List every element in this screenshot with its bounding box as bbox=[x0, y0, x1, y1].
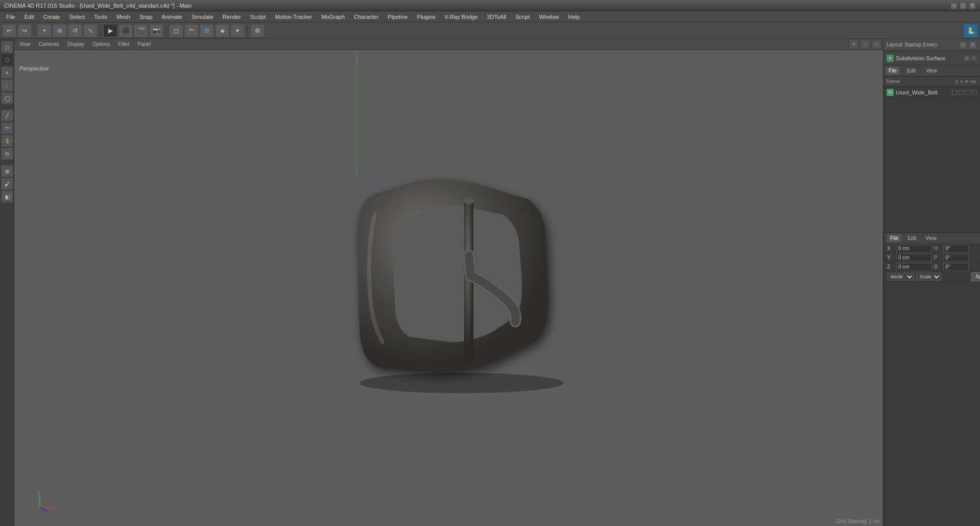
minimize-btn[interactable]: ─ bbox=[950, 2, 958, 9]
menu-bar: File Edit Create Select Tools Mesh Snap … bbox=[0, 11, 980, 22]
sidebar-loop[interactable]: ↻ bbox=[1, 148, 13, 160]
menu-mograph[interactable]: MoGraph bbox=[317, 13, 349, 21]
vp-expand-btn[interactable]: + bbox=[849, 40, 858, 49]
scene-tab-edit[interactable]: Edit bbox=[904, 67, 919, 75]
menu-render[interactable]: Render bbox=[219, 13, 245, 21]
viewport-canvas[interactable]: X Y Z Grid Spacing: 1 cm Perspective bbox=[14, 50, 883, 526]
menu-simulate[interactable]: Simulate bbox=[187, 13, 218, 21]
vp-fullscreen-btn[interactable]: □ bbox=[872, 40, 881, 49]
scene-tab-file[interactable]: File bbox=[886, 67, 900, 75]
menu-mesh[interactable]: Mesh bbox=[112, 13, 134, 21]
layout-btn1[interactable]: + bbox=[959, 41, 967, 49]
x-coord-row: X H bbox=[884, 244, 980, 253]
menu-edit[interactable]: Edit bbox=[20, 13, 38, 21]
menu-vray[interactable]: V-Ray Bridge bbox=[441, 13, 482, 21]
scene-item-icon-belt: U bbox=[887, 89, 894, 96]
scale-btn[interactable]: ⤡ bbox=[83, 24, 98, 37]
b-input[interactable] bbox=[943, 263, 969, 271]
sidebar-spline[interactable]: 〜 bbox=[1, 122, 13, 134]
subdiv-check[interactable]: ✓ bbox=[964, 55, 970, 61]
spline-btn[interactable]: 〜 bbox=[184, 24, 199, 37]
x-pos-input[interactable] bbox=[896, 245, 932, 253]
redo-btn[interactable]: ↪ bbox=[17, 24, 32, 37]
scene-item-belt[interactable]: U Used_Wide_Belt bbox=[883, 87, 980, 98]
subdivision-controls: ✓ · bbox=[964, 55, 977, 61]
h-input[interactable] bbox=[943, 245, 969, 253]
rotate-btn[interactable]: ↺ bbox=[68, 24, 82, 37]
y-pos-input[interactable] bbox=[896, 254, 932, 262]
menu-character[interactable]: Character bbox=[350, 13, 383, 21]
menu-create[interactable]: Create bbox=[39, 13, 64, 21]
vp-layout-btn[interactable]: ↔ bbox=[861, 40, 870, 49]
deform-btn[interactable]: ◈ bbox=[215, 24, 229, 37]
sidebar-paint[interactable]: 🖌 bbox=[1, 178, 13, 190]
scene-tab-view[interactable]: View bbox=[923, 67, 940, 75]
col-icons: S V R ML bbox=[955, 79, 977, 84]
dot4[interactable] bbox=[972, 90, 977, 95]
attr-tab-file[interactable]: File bbox=[887, 234, 901, 242]
vp-tab-display[interactable]: Display bbox=[64, 40, 87, 48]
menu-file[interactable]: File bbox=[2, 13, 19, 21]
menu-snap[interactable]: Snap bbox=[135, 13, 157, 21]
vp-tab-filter[interactable]: Filter bbox=[115, 40, 132, 48]
particles-btn[interactable]: ✦ bbox=[230, 24, 245, 37]
render-settings-btn[interactable]: ⚙ bbox=[250, 24, 265, 37]
p-label: P bbox=[934, 255, 941, 260]
sidebar-grid[interactable]: ⊞ bbox=[1, 165, 13, 177]
maximize-btn[interactable]: □ bbox=[960, 2, 967, 9]
close-btn[interactable]: ✕ bbox=[969, 2, 976, 9]
window-controls[interactable]: ─ □ ✕ bbox=[950, 2, 976, 9]
sidebar-mode5[interactable]: ◯ bbox=[1, 92, 13, 104]
transform-btn[interactable]: + bbox=[37, 24, 52, 37]
sidebar-mode1[interactable]: ◻ bbox=[1, 41, 13, 53]
p-input[interactable] bbox=[943, 254, 969, 262]
scale-mode-select[interactable]: Scale Size bbox=[916, 273, 941, 281]
layout-header: Layout: Startup (User) + ≡ bbox=[883, 39, 980, 51]
z-pos-input[interactable] bbox=[896, 263, 932, 271]
vp-tab-options[interactable]: Options bbox=[89, 40, 113, 48]
subdivision-label: Subdivision Surface bbox=[896, 55, 962, 61]
sidebar-texture[interactable]: ◧ bbox=[1, 190, 13, 203]
render-to-btn[interactable]: 🎬 bbox=[134, 24, 148, 37]
vp-tab-view[interactable]: View bbox=[16, 40, 34, 48]
sidebar-line[interactable]: ╱ bbox=[1, 109, 13, 122]
menu-window[interactable]: Window bbox=[535, 13, 563, 21]
dot3[interactable] bbox=[965, 90, 970, 95]
apply-button[interactable]: Apply bbox=[971, 272, 980, 281]
nurbs-btn[interactable]: ⊞ bbox=[200, 24, 214, 37]
python-console-btn[interactable]: 🐍 bbox=[964, 24, 978, 37]
menu-3dtoall[interactable]: 3DToAll bbox=[483, 13, 510, 21]
menu-plugins[interactable]: Plugins bbox=[413, 13, 439, 21]
menu-help[interactable]: Help bbox=[564, 13, 584, 21]
layout-btn2[interactable]: ≡ bbox=[969, 41, 977, 49]
menu-pipeline[interactable]: Pipeline bbox=[384, 13, 412, 21]
picture-viewer-btn[interactable]: 📷 bbox=[149, 24, 163, 37]
menu-select[interactable]: Select bbox=[65, 13, 89, 21]
move-btn[interactable]: ⊕ bbox=[53, 24, 67, 37]
render-btn[interactable]: ▶ bbox=[103, 24, 117, 37]
render-region-btn[interactable]: ⬛ bbox=[118, 24, 133, 37]
vp-tab-panel[interactable]: Panel bbox=[135, 40, 154, 48]
menu-motion-tracker[interactable]: Motion Tracker bbox=[271, 13, 316, 21]
objects-btn[interactable]: ◻ bbox=[169, 24, 183, 37]
sidebar-mode4[interactable]: ⟋ bbox=[1, 79, 13, 91]
svg-text:Z: Z bbox=[49, 511, 52, 515]
dot1[interactable] bbox=[952, 90, 957, 95]
sidebar-dollar[interactable]: $ bbox=[1, 135, 13, 147]
menu-sculpt[interactable]: Sculpt bbox=[246, 13, 270, 21]
undo-btn[interactable]: ↩ bbox=[2, 24, 16, 37]
world-mode-select[interactable]: World Object bbox=[887, 273, 914, 281]
attr-tab-edit[interactable]: Edit bbox=[904, 234, 919, 242]
sidebar-mode2[interactable]: ⬡ bbox=[1, 54, 13, 66]
attr-tab-view[interactable]: View bbox=[922, 234, 940, 242]
menu-script[interactable]: Script bbox=[511, 13, 534, 21]
subdiv-dot[interactable]: · bbox=[971, 55, 977, 61]
vp-tab-cameras[interactable]: Cameras bbox=[36, 40, 63, 48]
dot2[interactable] bbox=[959, 90, 964, 95]
col-s: S bbox=[955, 79, 958, 84]
title-bar: CINEMA 4D R17.016 Studio - [Used_Wide_Be… bbox=[0, 0, 980, 11]
b-label: B bbox=[934, 264, 941, 270]
menu-tools[interactable]: Tools bbox=[90, 13, 111, 21]
menu-animate[interactable]: Animate bbox=[158, 13, 186, 21]
sidebar-mode3[interactable]: ≡ bbox=[1, 66, 13, 79]
